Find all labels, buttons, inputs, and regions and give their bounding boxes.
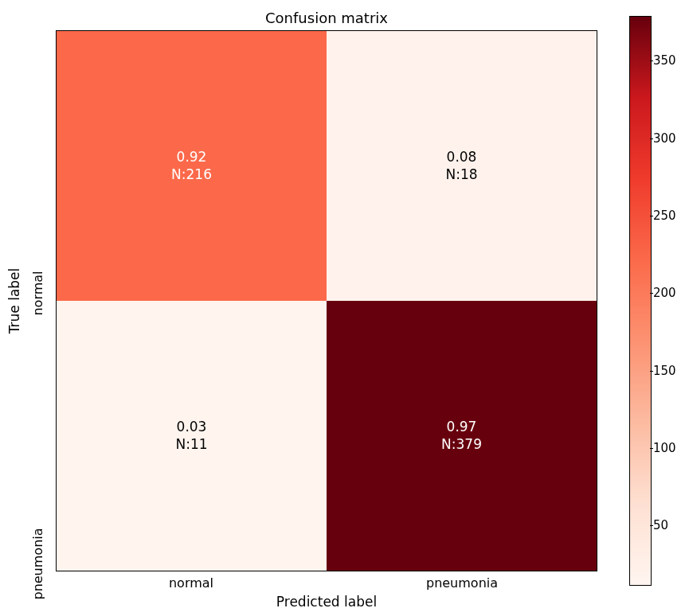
- cell-proportion: 0.97: [447, 419, 477, 435]
- cell-count: 216: [171, 166, 212, 183]
- cell-proportion: 0.03: [177, 419, 207, 435]
- colorbar-tick: 250: [653, 209, 676, 223]
- cell-pneumonia-normal: 0.03 11: [57, 301, 327, 571]
- colorbar-tick: 300: [653, 131, 676, 146]
- colorbar-tick: 150: [653, 364, 676, 378]
- cell-normal-normal: 0.92 216: [57, 31, 327, 301]
- x-tick-0: normal: [56, 575, 327, 591]
- colorbar-tick: 350: [653, 53, 676, 68]
- x-axis-label: Predicted label: [56, 594, 597, 610]
- y-tick-0: normal: [25, 30, 49, 301]
- heatmap-axes: 0.92 216 0.08 18 0.03 11 0.97 379: [56, 30, 597, 571]
- cell-proportion: 0.08: [447, 149, 477, 166]
- cell-pneumonia-pneumonia: 0.97 379: [327, 301, 597, 571]
- colorbar: [629, 16, 652, 586]
- x-tick-1: pneumonia: [327, 575, 597, 591]
- colorbar-gradient: [630, 17, 651, 585]
- y-axis-label: True label: [5, 30, 24, 571]
- colorbar-tick: 100: [653, 441, 676, 455]
- cell-proportion: 0.92: [177, 149, 207, 166]
- chart-title: Confusion matrix: [56, 10, 597, 26]
- colorbar-tick: 50: [653, 518, 668, 532]
- cell-normal-pneumonia: 0.08 18: [327, 31, 597, 301]
- colorbar-tick: 200: [653, 286, 676, 300]
- y-tick-1: pneumonia: [25, 301, 49, 571]
- cell-count: 18: [445, 166, 477, 183]
- figure: Confusion matrix 0.92 216 0.08 18 0.03 1…: [0, 0, 685, 616]
- cell-count: 11: [175, 436, 207, 453]
- cell-count: 379: [441, 436, 482, 453]
